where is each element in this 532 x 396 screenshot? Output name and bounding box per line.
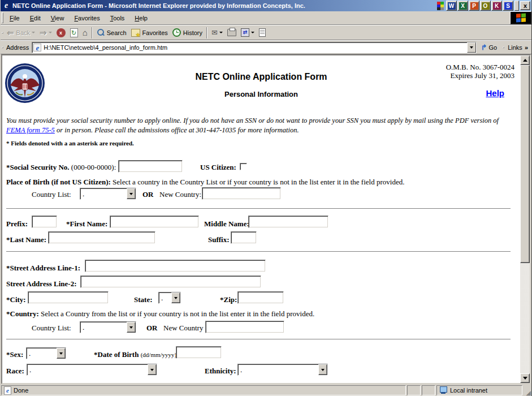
status-pane-empty [407, 385, 421, 395]
refresh-icon: ↻ [70, 28, 78, 37]
dob-label: *Date of Birth (dd/mm/yyyy): [94, 350, 178, 359]
history-button[interactable]: History [170, 27, 205, 39]
menu-tools[interactable]: Tools [105, 14, 130, 23]
state-dropdown-button[interactable] [171, 292, 180, 303]
go-icon: ↱ [481, 43, 487, 51]
discuss-button[interactable] [257, 27, 268, 39]
menu-grip[interactable] [2, 12, 3, 23]
status-pane: e Done [1, 385, 406, 395]
menu-view[interactable]: View [46, 14, 70, 23]
street1-label: *Street Address Line-1: [6, 264, 80, 273]
address-country-select[interactable]: . [80, 321, 136, 333]
scrollbar-track[interactable] [520, 65, 530, 373]
ethnicity-label: Ethnicity: [205, 367, 236, 376]
toolbar-grip[interactable] [2, 32, 3, 33]
edit-dropdown-icon[interactable] [251, 32, 254, 33]
clipped-window-button[interactable] [514, 1, 519, 11]
prefix-input[interactable] [32, 216, 57, 228]
street1-input[interactable] [85, 260, 266, 272]
menu-file[interactable]: File [5, 14, 25, 23]
publisher-button[interactable]: P [469, 1, 479, 11]
windows-flag-icon [516, 13, 526, 22]
addressbar-grip[interactable] [2, 47, 3, 48]
fullscreen-button[interactable]: S [503, 1, 513, 11]
chevron-down-icon [321, 369, 325, 371]
state-select[interactable]: . [158, 292, 181, 304]
links-toolbar[interactable]: Links » [505, 41, 530, 54]
clock-button[interactable]: O [480, 1, 491, 11]
vertical-scrollbar[interactable] [520, 55, 530, 383]
go-button[interactable]: ↱ Go [477, 41, 502, 54]
help-link[interactable]: Help [486, 88, 504, 98]
race-select[interactable]: . [27, 364, 157, 376]
menu-favorites[interactable]: Favorites [69, 14, 105, 23]
mail-button[interactable]: ✉ [209, 27, 225, 39]
address-url[interactable]: H:\NETC\netcweb\4_personal_info_form.htm [44, 44, 466, 51]
stop-button[interactable]: x [54, 27, 68, 39]
address-input[interactable]: e H:\NETC\netcweb\4_personal_info_form.h… [32, 42, 476, 53]
search-button[interactable]: Search [94, 27, 129, 39]
address-country-dropdown-button[interactable] [127, 322, 136, 333]
middle-name-input[interactable] [248, 216, 328, 228]
publisher-icon: P [470, 2, 478, 10]
fema-form-link[interactable]: FEMA form 75-5 [6, 126, 55, 134]
chevron-down-icon [129, 326, 133, 329]
or-label: OR [142, 190, 154, 199]
key-button[interactable]: K [491, 1, 502, 11]
city-input[interactable] [28, 291, 109, 304]
menu-help[interactable]: Help [129, 14, 153, 23]
country-list-label: Country List: [32, 190, 71, 199]
section-divider [6, 208, 511, 209]
birth-country-dropdown-button[interactable] [127, 188, 136, 199]
forward-button[interactable]: ⇒ [37, 27, 54, 39]
address-label: Address [5, 44, 32, 51]
scrollbar-thumb[interactable] [520, 65, 530, 263]
zip-input[interactable] [237, 291, 284, 304]
scroll-down-button[interactable] [520, 373, 530, 383]
resize-grip[interactable]: ◢ [524, 385, 531, 395]
print-button[interactable] [225, 27, 239, 39]
forward-dropdown-icon[interactable] [49, 32, 52, 33]
us-citizen-checkbox[interactable] [240, 163, 247, 170]
scroll-up-button[interactable] [520, 55, 530, 65]
excel-button[interactable]: X [457, 1, 468, 11]
refresh-button[interactable]: ↻ [68, 27, 80, 39]
ie-window-icon: e [2, 1, 11, 10]
sex-dropdown-button[interactable] [57, 348, 66, 359]
links-grip[interactable] [503, 47, 504, 48]
birth-new-country-input[interactable] [202, 187, 281, 200]
mail-dropdown-icon[interactable] [219, 32, 223, 33]
street2-input[interactable] [80, 276, 261, 288]
edit-button[interactable]: ⇄ [239, 27, 257, 39]
address-dropdown-button[interactable] [467, 42, 476, 53]
suffix-input[interactable] [231, 231, 257, 244]
menu-edit[interactable]: Edit [25, 14, 46, 23]
state-value: . [159, 294, 171, 303]
document-icon: e [4, 386, 11, 395]
chevron-down-icon [59, 352, 63, 355]
race-dropdown-button[interactable] [148, 364, 157, 375]
first-name-input[interactable] [110, 216, 199, 228]
links-label: Links [508, 44, 522, 51]
address-new-country-input[interactable] [205, 321, 284, 333]
birth-country-select[interactable]: . [80, 188, 136, 200]
ethnicity-select[interactable]: . [237, 364, 328, 376]
last-name-input[interactable] [48, 231, 155, 244]
close-button[interactable]: x [520, 1, 530, 10]
birth-country-value: . [80, 190, 127, 199]
back-dropdown-icon[interactable] [32, 32, 35, 33]
print-icon [227, 29, 236, 36]
or-label2: OR [146, 324, 158, 333]
window-title: NETC Online Application Form - Microsoft… [12, 2, 437, 9]
sex-select[interactable]: . [26, 347, 66, 359]
word-button[interactable]: W [446, 1, 457, 11]
dob-input[interactable] [176, 346, 222, 359]
first-name-label: *First Name: [66, 219, 107, 229]
browser-viewport: NETC Online Application Form O.M.B. No. … [1, 54, 531, 384]
back-button[interactable]: ⇐ Back [5, 27, 37, 39]
ssn-input[interactable] [118, 160, 183, 173]
close-icon: x [524, 2, 527, 9]
favorites-button[interactable]: Favorites [129, 27, 170, 39]
home-button[interactable]: ⌂ [80, 27, 90, 39]
ethnicity-dropdown-button[interactable] [318, 364, 327, 375]
